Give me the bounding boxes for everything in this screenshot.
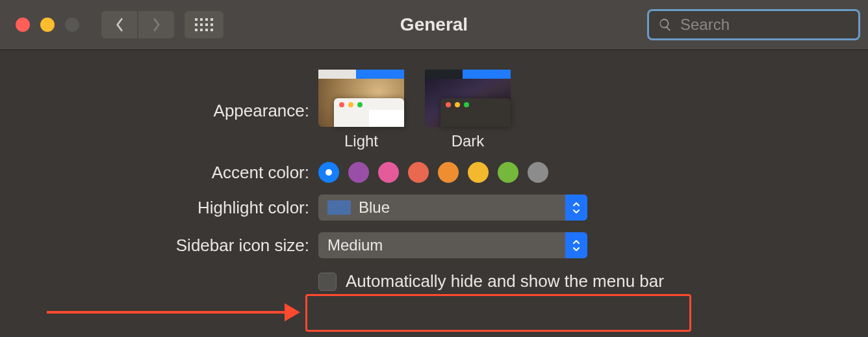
- close-window-button[interactable]: [16, 18, 30, 32]
- window-titlebar: General: [0, 0, 868, 50]
- accent-color-swatches: [318, 162, 548, 183]
- minimize-window-button[interactable]: [40, 18, 55, 32]
- dropdown-stepper-icon: [565, 195, 587, 221]
- nav-buttons: [101, 11, 174, 38]
- preferences-content: Appearance: Light Dark Accent color:: [0, 50, 868, 291]
- forward-button[interactable]: [138, 11, 174, 38]
- auto-hide-menubar-row: Automatically hide and show the menu bar: [318, 271, 868, 291]
- appearance-label: Appearance:: [0, 70, 318, 121]
- traffic-lights: [16, 18, 79, 32]
- dropdown-stepper-icon: [565, 232, 587, 258]
- auto-hide-menubar-checkbox[interactable]: [318, 273, 337, 291]
- accent-swatch-pink[interactable]: [378, 162, 399, 183]
- show-all-button[interactable]: [185, 11, 223, 38]
- appearance-option-dark[interactable]: [425, 70, 511, 127]
- highlight-color-value: Blue: [359, 198, 390, 217]
- chevron-right-icon: [152, 18, 161, 32]
- accent-color-label: Accent color:: [0, 163, 318, 183]
- accent-swatch-purple[interactable]: [348, 162, 369, 183]
- highlight-color-label: Highlight color:: [0, 198, 318, 218]
- search-field-container[interactable]: [647, 9, 860, 40]
- sidebar-icon-size-label: Sidebar icon size:: [0, 236, 318, 256]
- accent-swatch-orange[interactable]: [438, 162, 459, 183]
- search-icon: [658, 18, 672, 32]
- highlight-color-swatch: [327, 200, 351, 215]
- auto-hide-menubar-label: Automatically hide and show the menu bar: [346, 271, 664, 291]
- accent-swatch-red[interactable]: [408, 162, 429, 183]
- highlight-color-dropdown[interactable]: Blue: [318, 195, 587, 221]
- sidebar-icon-size-dropdown[interactable]: Medium: [318, 232, 587, 258]
- grid-icon: [195, 18, 213, 31]
- back-button[interactable]: [101, 11, 137, 38]
- zoom-window-button[interactable]: [65, 18, 79, 32]
- accent-swatch-graphite[interactable]: [528, 162, 548, 183]
- sidebar-icon-size-value: Medium: [327, 236, 383, 254]
- search-input[interactable]: [679, 15, 868, 34]
- appearance-dark-label: Dark: [425, 132, 511, 150]
- appearance-light-label: Light: [318, 132, 404, 150]
- accent-swatch-yellow[interactable]: [468, 162, 489, 183]
- accent-swatch-blue[interactable]: [318, 162, 339, 183]
- annotation-arrow: [47, 306, 300, 319]
- annotation-highlight-box: [305, 294, 691, 332]
- chevron-left-icon: [115, 18, 124, 32]
- accent-swatch-green[interactable]: [498, 162, 518, 183]
- appearance-option-light[interactable]: [318, 70, 404, 127]
